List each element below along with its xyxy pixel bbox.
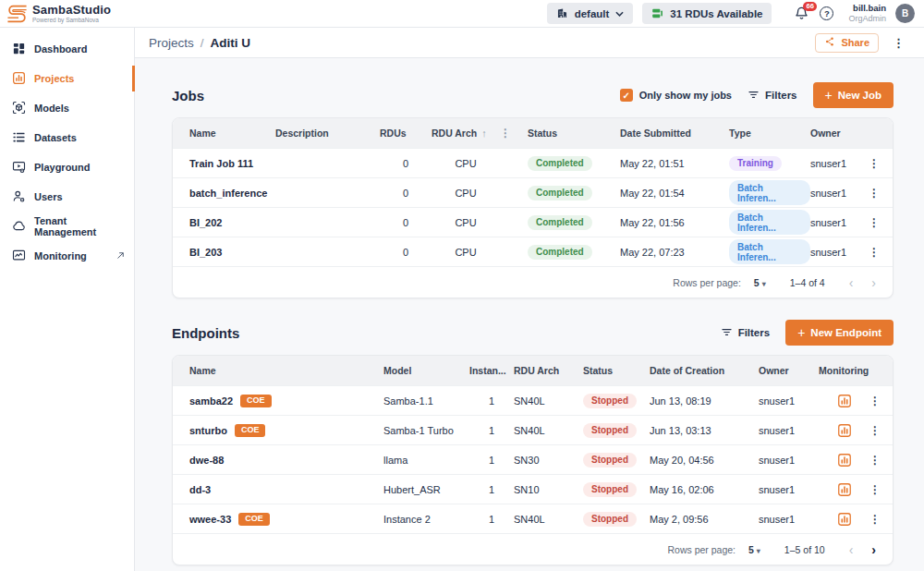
sidebar-item-playground[interactable]: Playground xyxy=(0,152,134,182)
tenant-selector[interactable]: default xyxy=(547,3,634,24)
monitoring-chart-icon[interactable] xyxy=(819,423,869,438)
app-logo[interactable]: SambaStudio Powered by SambaNova xyxy=(7,4,111,23)
sidebar-item-datasets[interactable]: Datasets xyxy=(0,123,134,152)
column-header-instances[interactable]: Instan... xyxy=(469,365,514,376)
row-menu-button[interactable]: ⋮ xyxy=(869,513,881,526)
sidebar-item-users[interactable]: Users xyxy=(0,182,134,212)
row-menu-button[interactable]: ⋮ xyxy=(869,216,880,229)
endpoints-title: Endpoints xyxy=(172,325,239,341)
jobs-table-row[interactable]: BI_2020CPUCompletedMay 22, 01:56Batch In… xyxy=(173,207,893,237)
column-header-owner[interactable]: Owner xyxy=(759,365,819,376)
breadcrumb-projects-link[interactable]: Projects xyxy=(149,36,194,50)
endpoint-rdu-arch: SN40L xyxy=(514,514,583,525)
row-menu-button[interactable]: ⋮ xyxy=(869,454,881,467)
sidebar-item-monitoring[interactable]: Monitoring xyxy=(0,241,134,271)
only-my-jobs-checkbox[interactable]: ✓ Only show my jobs xyxy=(620,89,732,102)
page-menu-button[interactable]: ⋮ xyxy=(893,37,905,49)
column-header-date-submitted[interactable]: Date Submitted xyxy=(620,128,729,139)
type-badge: Training xyxy=(729,156,782,171)
column-header-description[interactable]: Description xyxy=(275,128,380,139)
jobs-table-row[interactable]: BI_2030CPUCompletedMay 22, 07:23Batch In… xyxy=(173,237,893,266)
monitoring-chart-icon[interactable] xyxy=(819,482,869,497)
help-button[interactable]: ? xyxy=(820,6,833,20)
job-type: Batch Inferen... xyxy=(729,180,810,205)
pagination-range: 1–4 of 4 xyxy=(790,277,825,288)
sidebar-item-dashboard[interactable]: Dashboard xyxy=(0,34,134,64)
job-rdu-arch: CPU xyxy=(432,188,500,199)
column-header-monitoring[interactable]: Monitoring xyxy=(819,365,869,376)
endpoints-table-row[interactable]: wwee-33COEInstance 21SN40LStoppedMay 2, … xyxy=(173,504,893,533)
notifications-button[interactable]: 66 xyxy=(794,6,810,22)
column-header-name[interactable]: Name xyxy=(189,365,383,376)
row-menu-button[interactable]: ⋮ xyxy=(869,483,881,496)
column-header-name[interactable]: Name xyxy=(189,128,275,139)
brand-name: SambaStudio xyxy=(32,4,111,17)
type-badge: Batch Inferen... xyxy=(729,239,810,264)
share-label: Share xyxy=(841,37,869,48)
column-header-rdus[interactable]: RDUs xyxy=(380,128,432,139)
previous-page-button[interactable]: ‹ xyxy=(849,543,854,556)
row-menu-button[interactable]: ⋮ xyxy=(869,424,881,437)
new-endpoint-button[interactable]: + New Endpoint xyxy=(785,320,894,346)
endpoint-model: Samba-1 Turbo xyxy=(383,425,469,436)
jobs-filters-button[interactable]: Filters xyxy=(748,89,797,103)
endpoint-status: Stopped xyxy=(583,512,650,527)
sidebar-item-models[interactable]: Models xyxy=(0,93,134,123)
rows-per-page-select[interactable]: 5▾ xyxy=(754,277,766,288)
sidebar-item-label: Tenant Management xyxy=(34,215,126,237)
sidebar-item-tenant-management[interactable]: Tenant Management xyxy=(0,212,134,241)
job-owner: snuser1 xyxy=(810,158,866,169)
row-menu-button[interactable]: ⋮ xyxy=(869,157,880,170)
users-icon xyxy=(12,189,26,205)
rows-per-page-select[interactable]: 5▾ xyxy=(748,544,760,555)
column-header-owner[interactable]: Owner xyxy=(810,128,866,139)
column-header-rdu-arch[interactable]: RDU Arch ↑ xyxy=(432,128,500,139)
job-owner: snuser1 xyxy=(810,217,866,228)
jobs-table-row[interactable]: batch_inference0CPUCompletedMay 22, 01:5… xyxy=(173,177,893,207)
column-header-type[interactable]: Type xyxy=(729,128,810,139)
endpoints-table-row[interactable]: dwe-88llama1SN30StoppedMay 20, 04:56snus… xyxy=(173,444,893,474)
column-header-status[interactable]: Status xyxy=(583,365,650,376)
endpoint-date-of-creation: May 2, 09:56 xyxy=(650,514,759,525)
share-button[interactable]: Share xyxy=(815,33,879,53)
endpoint-name-text: dd-3 xyxy=(189,484,211,495)
job-status: Completed xyxy=(528,186,620,200)
next-page-button[interactable]: › xyxy=(871,543,876,556)
column-header-model[interactable]: Model xyxy=(383,365,469,376)
previous-page-button[interactable]: ‹ xyxy=(849,276,854,289)
endpoint-instances: 1 xyxy=(469,395,514,407)
coe-badge: COE xyxy=(238,513,270,526)
endpoints-table-row[interactable]: samba22COESamba-1.11SN40LStoppedJun 13, … xyxy=(173,385,893,415)
jobs-title: Jobs xyxy=(172,88,204,103)
rdus-available-chip[interactable]: 31 RDUs Available xyxy=(642,3,772,24)
row-menu-button[interactable]: ⋮ xyxy=(869,187,880,200)
avatar[interactable]: B xyxy=(895,4,915,23)
column-menu-icon[interactable]: ⋮ xyxy=(500,127,528,140)
column-header-status[interactable]: Status xyxy=(528,128,620,139)
job-rdus: 0 xyxy=(380,188,432,199)
row-menu-button[interactable]: ⋮ xyxy=(869,395,881,407)
endpoints-filters-label: Filters xyxy=(738,327,771,338)
sidebar-item-projects[interactable]: Projects xyxy=(0,64,134,93)
endpoints-filters-button[interactable]: Filters xyxy=(721,326,771,340)
next-page-button[interactable]: › xyxy=(871,276,876,289)
jobs-table-header: Name Description RDUs RDU Arch ↑ ⋮ Statu… xyxy=(173,118,893,148)
endpoints-table-row[interactable]: dd-3Hubert_ASR1SN10StoppedMay 16, 02:06s… xyxy=(173,474,893,504)
sidebar-item-label: Models xyxy=(34,103,69,114)
share-icon xyxy=(824,36,835,49)
new-job-button[interactable]: + New Job xyxy=(813,82,894,108)
job-name: Train Job 111 xyxy=(189,158,275,169)
monitoring-chart-icon[interactable] xyxy=(819,394,869,408)
monitoring-chart-icon[interactable] xyxy=(819,512,869,527)
monitoring-chart-icon[interactable] xyxy=(819,453,869,468)
row-menu-button[interactable]: ⋮ xyxy=(869,246,880,259)
status-badge: Completed xyxy=(528,156,592,171)
endpoint-name: dd-3 xyxy=(189,484,383,495)
breadcrumb: Projects / Aditi U xyxy=(149,36,250,50)
jobs-table-row[interactable]: Train Job 1110CPUCompletedMay 22, 01:51T… xyxy=(173,148,893,177)
column-header-rdu-arch[interactable]: RDU Arch xyxy=(514,365,583,376)
endpoint-instances: 1 xyxy=(469,455,514,466)
top-bar: SambaStudio Powered by SambaNova default xyxy=(0,0,924,28)
endpoints-table-row[interactable]: snturboCOESamba-1 Turbo1SN40LStoppedJun … xyxy=(173,415,893,444)
column-header-date-of-creation[interactable]: Date of Creation xyxy=(650,365,759,376)
